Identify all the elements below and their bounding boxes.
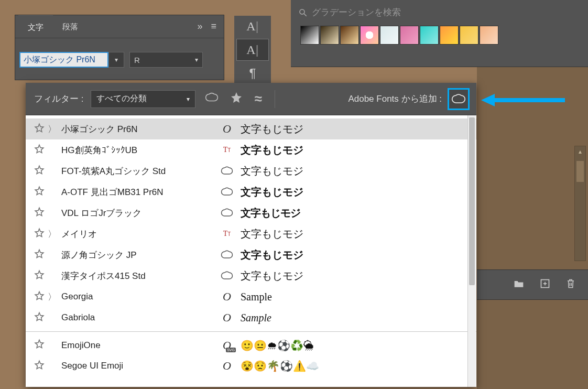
favorite-toggle-icon[interactable]	[34, 269, 48, 283]
font-type-icon	[213, 207, 241, 219]
expand-family-icon[interactable]: 〉	[48, 291, 61, 303]
gradient-swatch[interactable]	[400, 26, 419, 45]
favorite-toggle-icon[interactable]	[34, 186, 48, 199]
expand-family-icon[interactable]: 〉	[48, 228, 61, 240]
font-type-icon: O	[213, 291, 241, 302]
font-type-icon: O	[213, 123, 241, 135]
font-name: Segoe UI Emoji	[61, 361, 213, 371]
font-name: メイリオ	[61, 228, 213, 240]
font-type-icon	[213, 249, 241, 261]
font-list[interactable]: 〉 小塚ゴシック Pr6N O 文字もじモジ HG創英角ｺﾞｼｯｸUB TT 文…	[26, 115, 476, 387]
font-family-control: ▾	[19, 52, 124, 68]
scroll-up-icon[interactable]: ▴	[575, 146, 585, 157]
favorite-toggle-icon[interactable]	[34, 228, 48, 241]
creative-cloud-icon	[220, 249, 234, 261]
favorite-toggle-icon[interactable]	[34, 339, 48, 352]
font-list-item[interactable]: HG創英角ｺﾞｼｯｸUB TT 文字もじモジ	[26, 139, 476, 160]
svg-marker-6	[481, 94, 495, 106]
font-list-item[interactable]: 漢字タイポス415 Std 文字もじモジ	[26, 265, 476, 286]
opentype-icon: O	[220, 123, 234, 135]
font-sample: 😵😟🌴⚽⚠️☁️	[241, 360, 319, 372]
favorites-filter-icon[interactable]	[228, 91, 245, 107]
character-panel: 文字 段落 » ≡ ▾ R ▾	[15, 15, 224, 80]
creative-cloud-icon	[220, 207, 234, 219]
right-scrollbar[interactable]: ▴ ▾	[574, 146, 586, 261]
gradient-swatch[interactable]	[340, 26, 359, 45]
font-list-item[interactable]: A-OTF 見出ゴMB31 Pr6N 文字もじモジ	[26, 181, 476, 202]
font-type-icon	[213, 186, 241, 198]
gradient-search[interactable]: グラデーションを検索	[296, 3, 583, 26]
font-sample: 🙂😐🌧⚽♻️🌦	[241, 339, 314, 352]
tab-paragraph[interactable]: 段落	[53, 15, 88, 38]
font-name: EmojiOne	[61, 340, 213, 351]
gradient-swatch[interactable]	[440, 26, 459, 45]
font-list-item[interactable]: 〉 メイリオ TT 文字もじモジ	[26, 223, 476, 244]
expand-family-icon[interactable]: 〉	[48, 123, 61, 135]
similar-filter-icon[interactable]: ≈	[252, 91, 264, 107]
font-name: VDL ロゴJrブラック	[61, 207, 213, 219]
font-sample: 文字もじモジ	[241, 206, 300, 220]
favorite-toggle-icon[interactable]	[34, 144, 48, 157]
truetype-icon: TT	[220, 228, 234, 240]
font-list-item[interactable]: 〉 小塚ゴシック Pr6N O 文字もじモジ	[26, 118, 476, 139]
creative-cloud-icon	[220, 186, 234, 198]
opentype-icon: O	[220, 360, 234, 372]
panel-menu-icon[interactable]: ≡	[206, 21, 221, 32]
font-list-scrollbar[interactable]	[467, 115, 476, 387]
scroll-thumb[interactable]	[469, 117, 475, 285]
font-list-item[interactable]: 源ノ角ゴシック JP 文字もじモジ	[26, 244, 476, 265]
gradient-swatch[interactable]	[320, 26, 339, 45]
opentype-icon: O	[220, 291, 234, 302]
font-filter-toolbar: フィルター : すべての分類 ▾ ≈ Adobe Fonts から追加 :	[26, 83, 476, 115]
scroll-thumb[interactable]	[576, 161, 584, 182]
filter-category-value: すべての分類	[96, 93, 147, 104]
adobe-fonts-add-button[interactable]	[449, 90, 468, 109]
folder-icon[interactable]	[514, 279, 524, 291]
favorite-toggle-icon[interactable]	[34, 248, 48, 262]
type-tool-area-icon[interactable]: A|	[236, 39, 269, 61]
new-icon[interactable]	[540, 278, 550, 291]
font-list-item[interactable]: Gabriola O Sample	[26, 307, 476, 328]
adobe-fonts-add-label: Adobe Fonts から追加 :	[348, 93, 442, 105]
favorite-toggle-icon[interactable]	[34, 311, 48, 325]
font-name: A-OTF 見出ゴMB31 Pr6N	[61, 186, 213, 198]
truetype-icon: TT	[220, 144, 234, 156]
tab-character[interactable]: 文字	[18, 15, 53, 38]
font-list-item[interactable]: Segoe UI Emoji O 😵😟🌴⚽⚠️☁️	[26, 355, 476, 376]
trash-icon[interactable]	[566, 278, 575, 291]
type-tool-horizontal-icon[interactable]: A|	[234, 16, 271, 37]
creative-cloud-icon	[220, 165, 234, 177]
font-type-icon: TT	[213, 144, 241, 156]
favorite-toggle-icon[interactable]	[34, 360, 48, 373]
favorite-toggle-icon[interactable]	[34, 207, 48, 220]
creative-cloud-filter-icon[interactable]	[203, 92, 221, 106]
expand-icon[interactable]: »	[193, 21, 206, 32]
paragraph-tool-icon[interactable]: ¶	[234, 63, 271, 84]
font-list-item[interactable]: EmojiOne OSVG 🙂😐🌧⚽♻️🌦	[26, 331, 476, 355]
favorite-toggle-icon[interactable]	[34, 165, 48, 178]
favorite-toggle-icon[interactable]	[34, 290, 48, 304]
font-sample: 文字もじモジ	[241, 122, 303, 136]
annotation-arrow	[481, 92, 570, 108]
gradient-swatch[interactable]	[480, 26, 498, 45]
gradient-swatch[interactable]	[360, 26, 379, 45]
favorite-toggle-icon[interactable]	[34, 123, 48, 136]
font-list-item[interactable]: 〉 Georgia O Sample	[26, 286, 476, 307]
font-sample: 文字もじモジ	[241, 269, 303, 283]
font-family-input[interactable]	[19, 52, 108, 68]
font-family-dropdown-button[interactable]: ▾	[108, 52, 124, 68]
font-sample: 文字もじモジ	[241, 143, 303, 157]
gradient-swatch[interactable]	[420, 26, 439, 45]
font-type-icon: O	[213, 360, 241, 372]
font-style-select[interactable]: R ▾	[129, 52, 203, 68]
font-name: Gabriola	[61, 312, 213, 323]
font-list-item[interactable]: VDL ロゴJrブラック 文字もじモジ	[26, 202, 476, 223]
gradient-swatch[interactable]	[300, 26, 319, 45]
gradient-swatch[interactable]	[460, 26, 478, 45]
font-name: FOT-筑紫A丸ゴシック Std	[61, 165, 213, 177]
font-list-item[interactable]: FOT-筑紫A丸ゴシック Std 文字もじモジ	[26, 160, 476, 181]
right-action-panel	[477, 269, 588, 300]
font-sample: 文字もじモジ	[241, 248, 303, 262]
gradient-swatch[interactable]	[380, 26, 399, 45]
filter-category-select[interactable]: すべての分類 ▾	[91, 90, 195, 108]
